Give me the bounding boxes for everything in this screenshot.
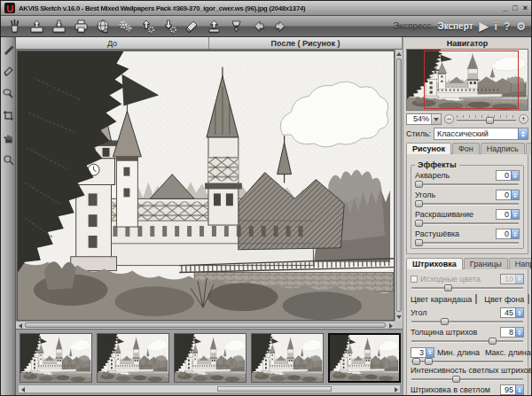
expert-mode-button[interactable]: Эксперт	[438, 16, 473, 37]
pencil-color-swatch[interactable]	[475, 294, 477, 304]
variant-thumbnail-5-selected[interactable]	[328, 333, 401, 383]
spinner-arrows-icon[interactable]	[511, 171, 519, 180]
history-brush-tool-icon[interactable]	[3, 87, 14, 98]
style-combobox[interactable]: Классический	[434, 128, 528, 140]
scroll-left-icon[interactable]	[19, 385, 27, 393]
tab-canvas[interactable]: Холст	[526, 143, 532, 154]
tab-edges[interactable]: Границы	[464, 258, 508, 269]
variant-thumbnail-2[interactable]	[97, 333, 169, 383]
charcoal-spinner[interactable]: 0	[496, 190, 520, 200]
crop-tool-icon[interactable]	[3, 109, 14, 120]
zoom-combobox[interactable]: 54%	[406, 113, 442, 125]
spinner-arrows-icon[interactable]	[515, 385, 523, 394]
spinner-arrows-icon[interactable]	[515, 308, 523, 317]
feathering-spinner[interactable]: 0	[496, 229, 520, 239]
slider-thumb[interactable]	[452, 376, 460, 383]
hand-tool-icon[interactable]	[3, 131, 14, 143]
minimize-button[interactable]: _	[503, 3, 507, 13]
share-icon[interactable]	[206, 19, 222, 35]
tab-direction[interactable]: Направление	[509, 258, 532, 269]
spinner-arrows-icon[interactable]	[515, 328, 523, 337]
redo-icon[interactable]	[272, 19, 288, 35]
angle-slider[interactable]	[411, 318, 524, 325]
chevron-up-down-icon[interactable]	[518, 128, 528, 139]
slider-thumb[interactable]	[441, 318, 449, 325]
watercolor-slider[interactable]	[415, 181, 520, 188]
stroke-width-spinner[interactable]: 8	[500, 327, 524, 338]
maximize-button[interactable]: □	[512, 3, 517, 13]
slider-thumb[interactable]	[444, 284, 452, 291]
filmstrip-scrollbar[interactable]	[18, 384, 401, 393]
preferences-button[interactable]: ⚙	[516, 16, 526, 37]
min-length-spinner[interactable]: 3	[411, 347, 434, 358]
tab-after[interactable]: После ( Рисунок )	[209, 37, 403, 49]
slider-thumb[interactable]	[489, 338, 497, 345]
eraser-icon[interactable]	[184, 19, 200, 35]
slider-thumb[interactable]	[415, 239, 423, 246]
tab-drawing[interactable]: Рисунок	[406, 143, 451, 154]
eraser-tool-icon[interactable]	[3, 65, 14, 76]
light-strokes-intensity-slider[interactable]	[411, 376, 524, 383]
tab-before[interactable]: До	[16, 37, 209, 49]
batch-processing-icon[interactable]	[117, 19, 133, 35]
canvas-horizontal-scrollbar[interactable]	[16, 321, 395, 329]
variant-thumbnail-3[interactable]	[174, 333, 246, 383]
open-image-icon[interactable]	[28, 19, 44, 35]
scrollbar-thumb[interactable]	[217, 386, 332, 392]
undo-icon[interactable]	[250, 19, 266, 35]
navigator-preview[interactable]	[406, 49, 528, 111]
spinner-arrows-icon[interactable]	[511, 210, 519, 219]
slider-thumb[interactable]	[415, 200, 423, 207]
post-processing-icon[interactable]	[228, 19, 244, 35]
stroke-width-slider[interactable]	[411, 338, 524, 345]
zoom-slider-thumb[interactable]	[486, 117, 494, 124]
scroll-up-icon[interactable]	[395, 50, 403, 58]
variant-thumbnail-4[interactable]	[251, 333, 324, 383]
slider-thumb[interactable]	[415, 220, 423, 227]
chevron-down-icon[interactable]	[431, 114, 441, 124]
save-image-icon[interactable]	[51, 19, 66, 35]
spinner-arrows-icon[interactable]	[511, 229, 519, 238]
export-settings-icon[interactable]	[161, 19, 177, 35]
angle-spinner[interactable]: 45	[500, 307, 524, 318]
scrollbar-thumb[interactable]	[396, 58, 402, 312]
sketch-image[interactable]	[17, 50, 395, 321]
background-color-swatch[interactable]	[528, 294, 529, 304]
scrollbar-thumb[interactable]	[25, 322, 386, 328]
info-button[interactable]: i	[495, 16, 497, 37]
tab-text[interactable]: Надпись	[481, 143, 525, 154]
print-icon[interactable]	[73, 19, 89, 35]
import-settings-icon[interactable]	[139, 19, 155, 35]
original-colors-checkbox[interactable]	[411, 276, 418, 283]
watercolor-spinner[interactable]: 0	[496, 170, 520, 181]
variant-thumbnail-1[interactable]	[20, 333, 92, 383]
zoom-slider[interactable]	[457, 115, 516, 124]
close-button[interactable]: ×	[523, 3, 528, 13]
image-canvas[interactable]	[16, 50, 403, 329]
stroke-direction-tool-icon[interactable]	[3, 43, 14, 54]
feathering-slider[interactable]	[415, 239, 520, 246]
tab-background[interactable]: Фон	[452, 143, 480, 154]
help-button[interactable]: ?	[504, 16, 510, 37]
scroll-right-icon[interactable]	[392, 385, 400, 393]
coloration-slider[interactable]	[415, 220, 520, 227]
coloration-spinner[interactable]: 0	[496, 209, 520, 220]
spinner-arrows-icon[interactable]	[511, 190, 519, 199]
scroll-down-icon[interactable]	[395, 313, 403, 321]
charcoal-slider[interactable]	[415, 200, 520, 207]
min-slider-thumb[interactable]	[412, 358, 420, 365]
zoom-in-button[interactable]: +	[519, 114, 528, 124]
original-colors-slider[interactable]	[411, 284, 524, 291]
min-max-length-slider[interactable]	[411, 358, 524, 365]
zoom-out-button[interactable]: −	[444, 114, 454, 124]
publish-web-icon[interactable]	[95, 19, 111, 35]
express-mode-button[interactable]: Экспресс	[393, 16, 431, 37]
slider-thumb[interactable]	[415, 181, 423, 188]
hatching-in-light-spinner[interactable]: 95	[500, 384, 524, 395]
zoom-tool-icon[interactable]	[3, 153, 14, 165]
canvas-vertical-scrollbar[interactable]	[395, 50, 403, 321]
run-button[interactable]: ▶	[480, 16, 489, 37]
navigator-view-frame[interactable]	[424, 50, 519, 109]
max-slider-thumb[interactable]	[425, 358, 433, 365]
tab-hatching[interactable]: Штриховка	[406, 258, 463, 269]
